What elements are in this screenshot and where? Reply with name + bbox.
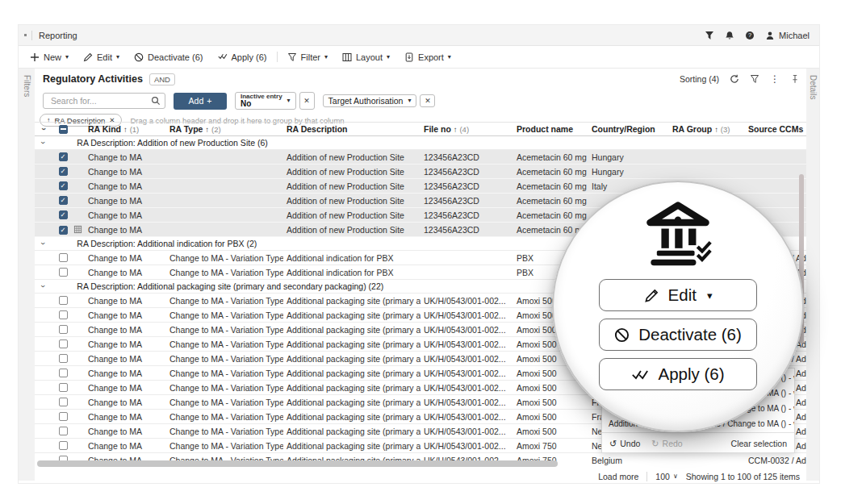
redo-button[interactable]: ↻ Redo [651, 439, 682, 448]
group-header-label: RA Description: Addition of new Producti… [77, 138, 267, 148]
collapse-group-icon[interactable]: › [39, 285, 47, 287]
toolbar-item-label: Export [418, 52, 444, 62]
table-row[interactable]: Change to MAAddition of new Production S… [35, 150, 806, 165]
column-header-ra-type[interactable]: RA Type ↑ (2) [166, 124, 283, 134]
column-header-ra-kind[interactable]: RA Kind ↑ (1) [85, 124, 166, 134]
search-icon[interactable] [151, 96, 161, 106]
column-header-product-name[interactable]: Product name [513, 124, 588, 134]
toolbar-export-button[interactable]: Export▾ [404, 52, 451, 62]
inactive-entry-chip[interactable]: Inactive entry No ▾ [235, 92, 296, 110]
page-title: Reporting [39, 31, 77, 40]
horizontal-scrollbar[interactable] [37, 460, 558, 467]
table-cell: Amoxi 500 [513, 412, 588, 422]
undo-icon: ↺ [609, 439, 617, 448]
row-checkbox[interactable] [59, 167, 68, 176]
sorting-label[interactable]: Sorting (4) [680, 74, 719, 84]
collapse-group-icon[interactable]: › [39, 141, 47, 144]
row-checkbox[interactable] [59, 253, 68, 262]
column-header-file-no[interactable]: File no ↑ (4) [420, 124, 513, 134]
pin-icon[interactable] [790, 74, 800, 84]
chip-value: No [241, 100, 282, 109]
column-header-ra-description[interactable]: RA Description [283, 124, 420, 134]
operator-badge[interactable]: AND [149, 73, 175, 85]
column-header-source-ccms[interactable]: Source CCMs [745, 124, 806, 134]
select-all-checkbox[interactable] [59, 125, 68, 134]
collapse-group-icon[interactable]: › [39, 242, 47, 244]
table-cell: Additional packaging site (primary and s… [283, 412, 420, 422]
add-button[interactable]: Add+ [174, 93, 227, 110]
row-checkbox[interactable] [59, 383, 68, 392]
apply-button-zoomed[interactable]: Apply (6) [599, 358, 757, 390]
table-cell: Change to MA - Variation Type IA [166, 412, 283, 422]
table-cell: Addition of new Production Site [283, 167, 420, 177]
row-checkbox[interactable] [59, 310, 68, 319]
table-cell: Additional packaging site (primary and s… [283, 383, 420, 393]
row-checkbox[interactable] [59, 181, 68, 190]
undo-button[interactable]: ↺ Undo [609, 439, 640, 448]
row-checkbox[interactable] [59, 210, 68, 219]
row-checkbox[interactable] [59, 196, 68, 205]
row-checkbox[interactable] [59, 296, 68, 305]
user-menu[interactable]: Michael [765, 31, 810, 40]
filter-icon[interactable] [705, 31, 714, 40]
funnel-icon [287, 52, 297, 62]
search-input[interactable] [49, 95, 151, 106]
details-rail[interactable]: Details [806, 69, 819, 481]
row-checkbox[interactable] [59, 226, 68, 235]
load-more-button[interactable]: Load more [598, 472, 638, 481]
toolbar-apply-6-button[interactable]: Apply (6) [218, 52, 267, 62]
table-cell: Change to MA [85, 152, 166, 162]
row-checkbox[interactable] [59, 354, 68, 363]
clear-selection-button[interactable]: Clear selection [731, 439, 787, 448]
target-authorisation-chip[interactable]: Target Authorisation ▾ [323, 94, 417, 107]
refresh-icon[interactable] [730, 74, 739, 84]
row-checkbox[interactable] [59, 427, 68, 435]
svg-text:?: ? [748, 31, 751, 39]
collapse-all-icon[interactable]: › [40, 127, 48, 130]
showing-label: Showing 1 to 100 of 125 items [686, 472, 800, 481]
edit-button-zoomed[interactable]: Edit ▾ [599, 279, 757, 311]
group-header-label: RA Description: Additional indication fo… [77, 239, 257, 248]
table-cell: Additional packaging site (primary and s… [283, 296, 420, 306]
table-row[interactable]: Change to MAAddition of new Production S… [35, 165, 806, 179]
row-checkbox[interactable] [59, 398, 68, 406]
chevron-down-icon: ▾ [408, 98, 411, 104]
column-header-ra-group[interactable]: RA Group ↑ (3) [669, 124, 745, 134]
table-cell: Addition of new Production Site [283, 210, 420, 220]
table-cell: Change to MA - Variation Type IB ... [166, 268, 283, 277]
page-size-select[interactable]: 100 ∨ [655, 472, 677, 481]
row-checkbox[interactable] [59, 339, 68, 348]
row-checkbox[interactable] [59, 441, 68, 450]
table-cell: Change to MA [85, 310, 166, 320]
row-checkbox[interactable] [59, 268, 68, 277]
table-cell: Change to MA [85, 412, 166, 422]
search-box[interactable] [43, 93, 165, 109]
toolbar-layout-button[interactable]: Layout▾ [342, 52, 390, 62]
bell-icon[interactable] [725, 31, 734, 40]
toolbar-edit-button[interactable]: Edit▾ [83, 52, 119, 62]
filters-rail[interactable]: Filters [19, 69, 35, 481]
help-icon[interactable]: ? [745, 31, 755, 40]
column-header-country-region[interactable]: Country/Region [588, 124, 669, 134]
group-header-row[interactable]: ›RA Description: Addition of new Product… [35, 136, 806, 150]
top-bar: Reporting ? Michael [19, 25, 819, 46]
toolbar-new-button[interactable]: New▾ [30, 52, 69, 62]
toolbar-filter-button[interactable]: Filter▾ [287, 52, 328, 62]
row-checkbox[interactable] [59, 152, 68, 161]
table-cell: Additional packaging site (primary and s… [283, 369, 420, 378]
row-checkbox[interactable] [59, 412, 68, 421]
row-checkbox[interactable] [59, 325, 68, 334]
row-checkbox[interactable] [59, 369, 68, 377]
deactivate-button-zoomed[interactable]: Deactivate (6) [599, 319, 757, 351]
toolbar-deactivate-6-button[interactable]: Deactivate (6) [134, 52, 203, 62]
more-menu-icon[interactable]: ⋮ [770, 74, 780, 84]
table-cell: Change to MA [85, 398, 166, 407]
remove-chip-icon[interactable]: ✕ [420, 94, 435, 107]
remove-chip-icon[interactable]: ✕ [299, 92, 315, 110]
pencil-icon [83, 52, 93, 62]
table-cell: Amoxi 500 [513, 398, 588, 407]
table-cell: Additional packaging site (primary and s… [283, 441, 420, 451]
filter-funnel-icon[interactable] [750, 74, 759, 84]
chevron-down-icon: ▾ [116, 54, 119, 60]
chevron-down-icon: ▾ [65, 54, 69, 60]
